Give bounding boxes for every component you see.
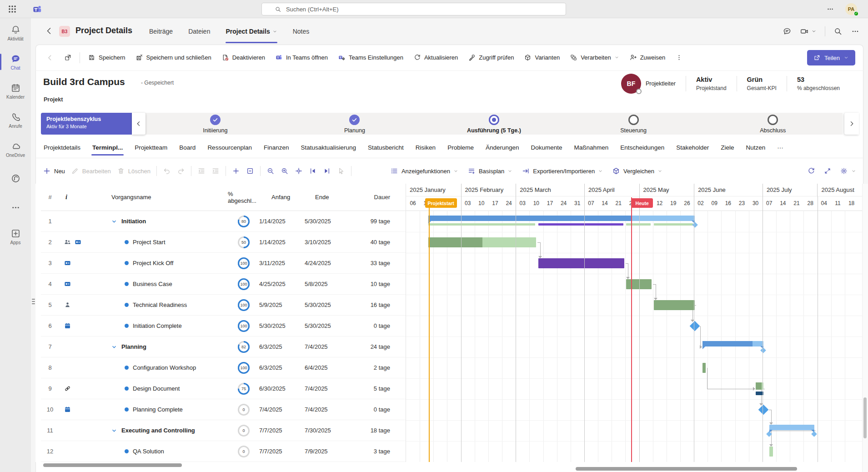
command-varianten[interactable]: Varianten <box>520 50 564 65</box>
share-button[interactable]: Teilen <box>807 50 855 65</box>
form-tab-statusaktualisierung[interactable]: Statusaktualisierung <box>301 137 356 158</box>
table-row[interactable]: 3Project Kick Off1003/11/20254/24/202533… <box>41 253 406 274</box>
table-row[interactable]: 12QA Solution07/7/20257/9/20253 tage <box>41 441 406 462</box>
splitter-grip[interactable] <box>32 296 35 307</box>
column-header-#[interactable]: # <box>41 194 59 201</box>
sidebar-item-more[interactable] <box>0 193 31 222</box>
toolbar-neu-button[interactable]: Neu <box>43 167 65 175</box>
video-call-icon[interactable] <box>800 27 809 36</box>
milestone-diamond[interactable] <box>690 321 700 331</box>
bpf-stage-steuerung[interactable]: Steuerung <box>564 113 703 135</box>
form-tab-board[interactable]: Board <box>179 137 196 158</box>
task-bar[interactable] <box>702 363 705 373</box>
collapse-chevron-icon[interactable] <box>111 218 117 225</box>
topbar-more-icon[interactable] <box>826 5 834 13</box>
form-tab-entscheidungen[interactable]: Entscheidungen <box>620 137 664 158</box>
table-hscrollbar-thumb[interactable] <box>43 463 182 467</box>
sidebar-item-app-logo[interactable] <box>0 164 31 193</box>
tab-notes[interactable]: Notes <box>293 18 310 45</box>
task-bar[interactable] <box>428 237 536 247</box>
command-overflow-button[interactable] <box>671 50 687 65</box>
tab-dateien[interactable]: Dateien <box>188 18 210 45</box>
table-row[interactable]: 7Planning826/3/20257/4/202524 tage <box>41 336 406 357</box>
form-tab-nutzen[interactable]: Nutzen <box>746 137 765 158</box>
bpf-stage-ausführung[interactable]: Ausführung (5 Tge.) <box>424 113 564 135</box>
column-header-Vorgangsname[interactable]: Vorgangsname <box>89 194 211 201</box>
form-tab-projektdetails[interactable]: Projektdetails <box>44 137 80 158</box>
table-row[interactable]: 10Planning Complete07/4/20257/4/20250 ta… <box>41 399 406 420</box>
summary-bar[interactable] <box>428 216 695 221</box>
sidebar-item-onedrive[interactable]: OneDrive <box>0 135 31 164</box>
toolbar-pointer-button[interactable] <box>337 167 345 175</box>
search-input[interactable]: Suchen (Ctrl+Alt+E) <box>261 3 566 15</box>
sidebar-item-anrufe[interactable]: Anrufe <box>0 105 31 135</box>
back-icon[interactable] <box>45 26 54 35</box>
sidebar-item-apps[interactable]: Apps <box>0 222 31 251</box>
table-row[interactable]: 11Executing and Controlling07/7/20257/30… <box>41 420 406 441</box>
waffle-menu-icon[interactable] <box>7 4 17 14</box>
task-bar[interactable] <box>769 447 773 457</box>
gantt-body[interactable] <box>406 211 862 462</box>
table-row[interactable]: 2Project Start501/14/20253/10/202540 tag… <box>41 232 406 253</box>
command-zugriff-pr-fen[interactable]: Zugriff prüfen <box>464 50 518 65</box>
owner-avatar[interactable]: BF <box>621 74 641 94</box>
summary-bar[interactable] <box>769 425 814 430</box>
form-tab-manahmen[interactable]: Maßnahmen <box>574 137 609 158</box>
form-tab-risiken[interactable]: Risiken <box>416 137 436 158</box>
toolbar-anzeigefunktionen-button[interactable]: Anzeigefunktionen <box>390 167 458 175</box>
toolbar-l-schen-button[interactable]: Löschen <box>117 167 151 175</box>
nav-back-button[interactable] <box>42 50 58 65</box>
collapse-chevron-icon[interactable] <box>111 344 117 350</box>
toolbar-outdent-button[interactable] <box>197 167 206 175</box>
more-icon[interactable] <box>851 27 860 36</box>
team-badge[interactable]: B3 <box>59 26 70 37</box>
toolbar-undo-button[interactable] <box>163 167 171 175</box>
chat-bubble-icon[interactable] <box>783 27 792 36</box>
form-tab-stakeholder[interactable]: Stakeholder <box>676 137 709 158</box>
bpf-stage-planung[interactable]: Planung <box>285 113 425 135</box>
toolbar-zoom-out-button[interactable] <box>266 167 275 175</box>
command-zuweisen[interactable]: Zuweisen <box>625 50 670 65</box>
toolbar-fit-button[interactable] <box>295 167 303 175</box>
milestone-diamond[interactable] <box>758 405 769 415</box>
table-row[interactable]: 4Business Case1004/25/20255/8/202510 tag… <box>41 274 406 295</box>
form-tab-[interactable]: ··· <box>777 137 783 158</box>
form-tab-finanzen[interactable]: Finanzen <box>264 137 289 158</box>
sidebar-item-chat[interactable]: Chat <box>0 47 31 76</box>
task-bar[interactable] <box>654 300 695 310</box>
command-aktualisieren[interactable]: Aktualisieren <box>409 50 462 65</box>
table-row[interactable]: 6Initiation Complete1005/30/20255/30/202… <box>41 316 406 336</box>
form-tab-nderungen[interactable]: Änderungen <box>486 137 519 158</box>
column-header-i[interactable]: i <box>59 194 89 201</box>
popout-button[interactable] <box>60 50 76 65</box>
chevron-down-icon[interactable] <box>811 29 817 34</box>
gantt-hscrollbar-thumb[interactable] <box>576 467 797 471</box>
search-icon[interactable] <box>833 27 843 36</box>
bpf-stage-abschluss[interactable]: Abschluss <box>703 113 843 135</box>
form-tab-dokumente[interactable]: Dokumente <box>531 137 562 158</box>
column-header-%abgeschl[interactable]: % abgeschl... <box>211 191 259 204</box>
toolbar-panel-button[interactable] <box>246 167 254 175</box>
task-bar[interactable] <box>626 279 652 289</box>
sidebar-item-kalender[interactable]: Kalender <box>0 76 31 105</box>
task-bar[interactable] <box>756 382 763 390</box>
command-deaktivieren[interactable]: Deaktivieren <box>217 50 269 65</box>
tab-project-details[interactable]: Project Details <box>226 18 277 45</box>
summary-bar[interactable] <box>702 341 763 346</box>
tab-beiträge[interactable]: Beiträge <box>149 18 173 45</box>
column-header-Anfang[interactable]: Anfang <box>259 194 305 201</box>
command-verarbeiten[interactable]: Verarbeiten <box>566 50 623 65</box>
toolbar-exportieren-importieren-button[interactable]: Exportieren/Importieren <box>522 167 603 175</box>
toolbar-vergleichen-button[interactable]: Vergleichen <box>612 167 662 175</box>
toolbar-add-row-button[interactable] <box>232 167 240 175</box>
bpf-name-box[interactable]: Projektlebenszyklus Aktiv für 3 Monate <box>41 113 132 135</box>
command-speichern-und-schlie-en[interactable]: Speichern und schließen <box>131 50 216 65</box>
column-header-Dauer[interactable]: Dauer <box>350 194 405 201</box>
collapse-chevron-icon[interactable] <box>111 427 117 434</box>
task-bar[interactable] <box>538 258 625 268</box>
toolbar-expand-button[interactable] <box>823 167 832 175</box>
form-tab-probleme[interactable]: Probleme <box>447 137 474 158</box>
form-tab-ressourcenplan[interactable]: Ressourcenplan <box>207 137 252 158</box>
table-row[interactable]: 1Initiation801/14/20255/30/202599 tage <box>41 211 406 232</box>
toolbar-next-button[interactable] <box>323 167 331 175</box>
